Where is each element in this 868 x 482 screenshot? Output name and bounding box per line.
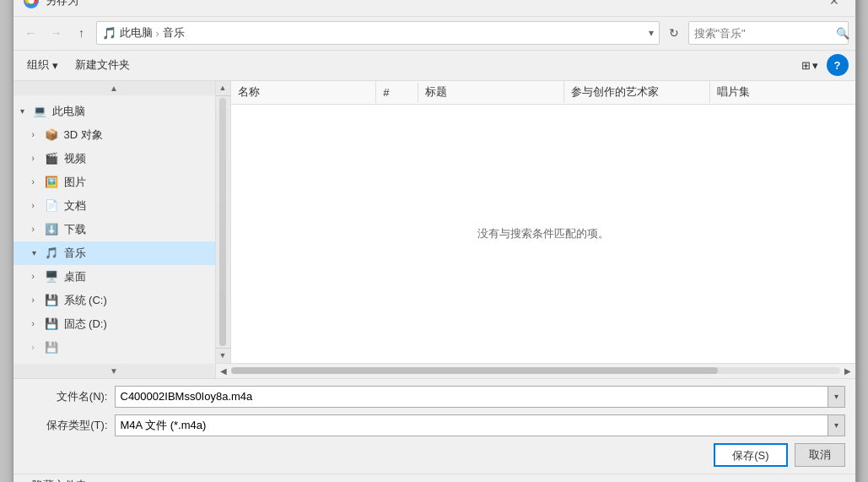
list-scroll-up[interactable]: ▲: [216, 81, 230, 96]
view-arrow: ▾: [812, 59, 818, 72]
search-bar[interactable]: 🔍: [688, 21, 849, 45]
list-scroll-down[interactable]: ▼: [216, 348, 230, 363]
videos-icon: 🎬: [44, 151, 59, 166]
search-icon: 🔍: [836, 27, 849, 40]
breadcrumb-sep-1: ›: [156, 27, 159, 40]
sidebar-item-desktop[interactable]: › 🖥️ 桌面: [13, 265, 215, 289]
breadcrumb-music[interactable]: 音乐: [163, 25, 185, 41]
col-header-title[interactable]: 标题: [418, 81, 564, 103]
sidebar: ▾ 💻 此电脑 › 📦 3D 对象 › 🎬 视频 ›: [13, 96, 215, 363]
list-scroll-up-arrow: ▲: [219, 84, 227, 92]
expand-arrow-desktop: ›: [32, 272, 44, 281]
sidebar-item-pictures[interactable]: › 🖼️ 图片: [13, 171, 215, 194]
hscroll-thumb[interactable]: [231, 367, 719, 374]
filename-row: 文件名(N): ▾: [24, 386, 845, 408]
file-list-area: 名称 # 标题 参与创作的艺术家 唱片集 没有与搜索条件匹配的项。: [231, 81, 855, 363]
sidebar-label-this-pc: 此电脑: [52, 104, 85, 119]
col-header-album[interactable]: 唱片集: [710, 81, 855, 103]
list-vscroll-thumb: [219, 98, 226, 346]
filetype-input[interactable]: [116, 415, 828, 436]
filename-label: 文件名(N):: [24, 389, 108, 404]
title-bar: 另存为 ✕: [13, 0, 855, 17]
view-button[interactable]: ⊞ ▾: [796, 57, 823, 74]
navigation-bar: ← → ↑ 🎵 此电脑 › 音乐 ▾ ↻ 🔍: [13, 17, 855, 51]
expand-arrow-music: ▾: [32, 248, 44, 257]
3d-icon: 📦: [44, 127, 59, 143]
save-as-dialog: 另存为 ✕ ← → ↑ 🎵 此电脑 › 音乐 ▾ ↻ 🔍 组织 ▾ 新建文: [13, 0, 856, 482]
this-pc-icon: 💻: [32, 104, 47, 119]
sidebar-label-system-c: 系统 (C:): [64, 293, 107, 308]
dialog-title: 另存为: [46, 0, 78, 8]
hscroll-track[interactable]: [231, 367, 840, 374]
expand-arrow-3d: ›: [32, 130, 44, 139]
back-button[interactable]: ←: [20, 22, 42, 44]
expand-arrow-system-c: ›: [32, 295, 44, 305]
sidebar-label-pictures: 图片: [64, 175, 86, 190]
forward-button[interactable]: →: [46, 22, 67, 44]
expand-arrow-downloads: ›: [32, 225, 44, 234]
sidebar-item-this-pc[interactable]: ▾ 💻 此电脑: [13, 100, 215, 123]
bottom-section: 文件名(N): ▾ 保存类型(T): ▾ 保存(S) 取消: [13, 378, 855, 474]
col-header-artist[interactable]: 参与创作的艺术家: [564, 81, 710, 103]
file-list-header: 名称 # 标题 参与创作的艺术家 唱片集: [231, 81, 855, 105]
desktop-icon: 🖥️: [44, 269, 59, 284]
expand-arrow-partial: ›: [32, 343, 44, 352]
sidebar-scroll-up[interactable]: ▲: [13, 81, 215, 96]
filename-input[interactable]: [116, 387, 828, 407]
file-list-empty: 没有与搜索条件匹配的项。: [231, 105, 855, 363]
organize-button[interactable]: 组织 ▾: [20, 55, 65, 75]
breadcrumb: 此电脑 › 音乐: [120, 25, 185, 41]
col-header-name[interactable]: 名称: [231, 81, 377, 103]
breadcrumb-this-pc[interactable]: 此电脑: [120, 25, 153, 41]
address-dropdown-arrow[interactable]: ▾: [649, 27, 654, 39]
horizontal-scrollbar: ◀ ▶: [216, 363, 855, 378]
sidebar-label-3d: 3D 对象: [64, 127, 103, 143]
main-content: ▲ ▾ 💻 此电脑 › 📦 3D 对象 › 🎬: [13, 81, 855, 378]
toolbar: 组织 ▾ 新建文件夹 ⊞ ▾ ?: [13, 51, 855, 81]
sidebar-item-3d-objects[interactable]: › 📦 3D 对象: [13, 123, 215, 147]
expand-arrow-documents: ›: [32, 201, 44, 210]
sidebar-label-videos: 视频: [64, 151, 86, 166]
col-header-num[interactable]: #: [376, 83, 418, 102]
filetype-input-container[interactable]: ▾: [115, 414, 845, 436]
cancel-button[interactable]: 取消: [795, 443, 845, 467]
pictures-icon: 🖼️: [44, 175, 59, 190]
filename-input-container[interactable]: ▾: [115, 386, 845, 408]
help-button[interactable]: ?: [827, 54, 849, 76]
hide-files-bar[interactable]: ∧ 隐藏文件夹: [13, 474, 855, 483]
sidebar-scroll-down-arrow: ▼: [110, 366, 118, 376]
sidebar-item-music[interactable]: ▾ 🎵 音乐: [13, 241, 215, 265]
sidebar-scroll-down[interactable]: ▼: [13, 363, 215, 378]
hscroll-left-button[interactable]: ◀: [216, 363, 231, 378]
sidebar-item-drive-d[interactable]: › 💾 固态 (D:): [13, 312, 215, 336]
address-bar[interactable]: 🎵 此电脑 › 音乐 ▾: [96, 21, 660, 45]
sidebar-label-documents: 文档: [64, 198, 86, 214]
refresh-button[interactable]: ↻: [663, 22, 685, 44]
sidebar-item-system-c[interactable]: › 💾 系统 (C:): [13, 289, 215, 312]
sidebar-label-drive-d: 固态 (D:): [64, 317, 107, 332]
expand-arrow-this-pc: ▾: [20, 106, 32, 116]
sidebar-item-partial[interactable]: › 💾: [13, 336, 215, 360]
system-c-icon: 💾: [44, 293, 59, 308]
organize-arrow: ▾: [52, 59, 58, 72]
close-button[interactable]: ✕: [823, 0, 845, 12]
chrome-icon: [24, 0, 39, 8]
sidebar-item-documents[interactable]: › 📄 文档: [13, 194, 215, 218]
filetype-row: 保存类型(T): ▾: [24, 414, 845, 436]
filetype-dropdown-btn[interactable]: ▾: [828, 415, 844, 436]
save-button[interactable]: 保存(S): [714, 443, 787, 467]
expand-arrow-pictures: ›: [32, 177, 44, 187]
sidebar-label-desktop: 桌面: [64, 269, 86, 284]
filename-dropdown-btn[interactable]: ▾: [828, 387, 844, 407]
expand-arrow-videos: ›: [32, 154, 44, 163]
list-scroll-down-arrow: ▼: [219, 351, 227, 360]
new-folder-label: 新建文件夹: [75, 57, 130, 73]
hscroll-right-button[interactable]: ▶: [840, 363, 855, 378]
sidebar-scroll-up-arrow: ▲: [110, 84, 118, 93]
search-input[interactable]: [694, 27, 836, 40]
new-folder-button[interactable]: 新建文件夹: [68, 55, 137, 75]
sidebar-item-videos[interactable]: › 🎬 视频: [13, 147, 215, 171]
sidebar-item-downloads[interactable]: › ⬇️ 下载: [13, 218, 215, 241]
up-button[interactable]: ↑: [71, 22, 93, 44]
documents-icon: 📄: [44, 198, 59, 214]
